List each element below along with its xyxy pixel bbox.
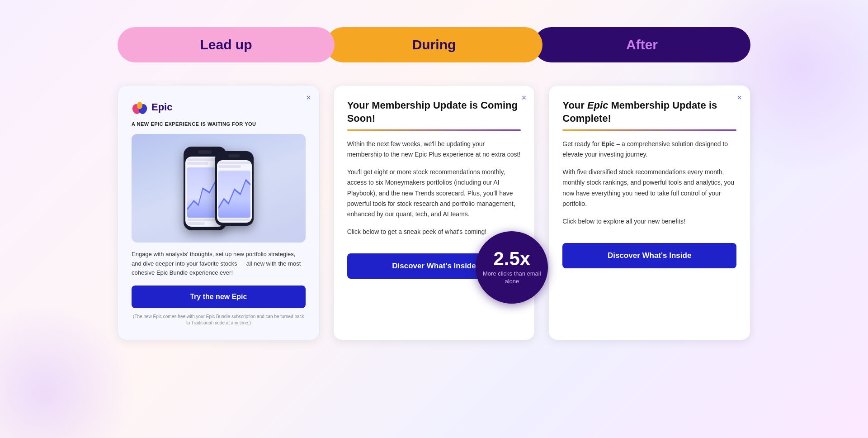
- tab-after[interactable]: After: [533, 27, 750, 62]
- stats-badge: 2.5x More clicks than email alone: [476, 231, 548, 304]
- close-button-during[interactable]: ×: [522, 94, 527, 102]
- svg-point-2: [137, 102, 142, 109]
- phone-mockup-area: [132, 134, 306, 243]
- leadup-body: Engage with analysts' thoughts, set up n…: [132, 250, 306, 277]
- after-body-2: With five diversified stock recommendati…: [562, 167, 736, 209]
- close-button-after[interactable]: ×: [737, 94, 742, 102]
- epic-logo: Epic: [132, 99, 172, 115]
- screen-row-3: [187, 219, 216, 221]
- close-button-leadup[interactable]: ×: [306, 94, 311, 102]
- tab-during[interactable]: During: [326, 27, 542, 62]
- after-cta-button[interactable]: Discover What's Inside: [562, 243, 736, 268]
- screen2-row-2: [218, 165, 241, 168]
- phase-tabs: Lead up During After: [118, 27, 750, 62]
- during-headline: Your Membership Update is Coming Soon!: [347, 99, 521, 125]
- after-body-3: Click below to explore all your new bene…: [562, 216, 736, 227]
- after-headline-italic: Epic: [587, 100, 608, 111]
- tab-after-label: After: [626, 37, 658, 52]
- badge-number: 2.5x: [493, 249, 530, 268]
- epic-logo-icon: [132, 99, 148, 115]
- after-body-1-bold: Epic: [601, 140, 615, 148]
- during-body-2: You'll get eight or more stock recommend…: [347, 167, 521, 219]
- after-headline: Your Epic Membership Update is Complete!: [562, 99, 736, 125]
- tab-during-label: During: [412, 37, 456, 52]
- badge-text: More clicks than email alone: [476, 270, 548, 286]
- during-divider: [347, 129, 521, 131]
- screen-row-4: [187, 222, 205, 225]
- card-leadup: × Epic A NEW EPIC EXPERIENCE IS WAITING …: [118, 85, 320, 340]
- svg-marker-4: [218, 180, 250, 218]
- after-body-1: Get ready for EpicGet ready for Epic – a…: [562, 139, 736, 160]
- tab-leadup-label: Lead up: [200, 37, 252, 52]
- during-body-1: Within the next few weeks, we'll be upda…: [347, 139, 521, 160]
- leadup-cta-button[interactable]: Try the new Epic: [132, 286, 306, 308]
- after-body-1-pre: Get ready for: [562, 140, 601, 148]
- card-during: × Your Membership Update is Coming Soon!…: [333, 85, 535, 340]
- tab-leadup[interactable]: Lead up: [118, 27, 335, 62]
- phone-2: [215, 151, 254, 226]
- screen2-row-3: [218, 219, 250, 221]
- cards-container: × Epic A NEW EPIC EXPERIENCE IS WAITING …: [118, 85, 750, 340]
- screen2-row-1: [218, 162, 250, 164]
- phone-mockup-inner: [184, 147, 254, 230]
- after-headline-pre: Your: [562, 100, 587, 111]
- epic-logo-text: Epic: [151, 101, 172, 113]
- screen-chart-2: [218, 171, 250, 218]
- screen-row-2: [187, 162, 208, 165]
- leadup-headline: A NEW EPIC EXPERIENCE IS WAITING FOR YOU: [132, 121, 256, 128]
- card-after: × Your Epic Membership Update is Complet…: [548, 85, 750, 340]
- after-divider: [562, 129, 736, 131]
- leadup-footnote: (The new Epic comes free with your Epic …: [132, 314, 306, 326]
- phone-2-screen: [217, 160, 252, 223]
